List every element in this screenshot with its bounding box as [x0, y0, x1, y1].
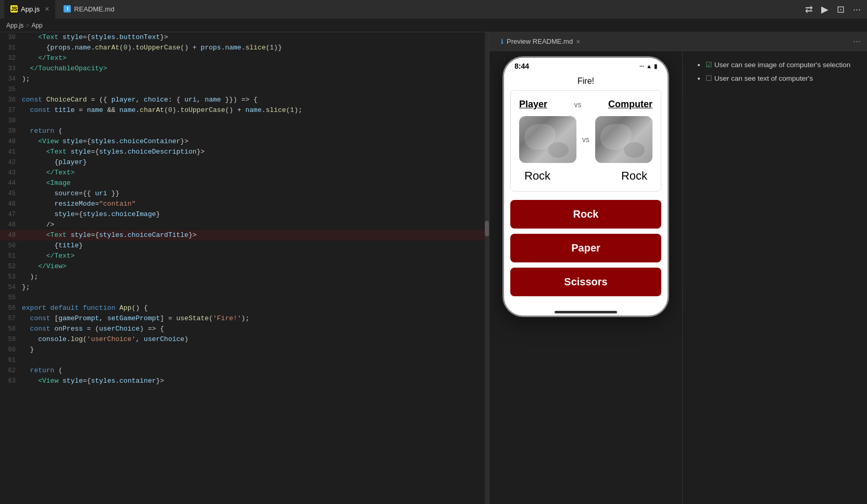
code-line-40: 40 <View style={styles.choiceContainer}>	[0, 136, 489, 147]
readme-item-2: User can see text of computer's	[706, 73, 855, 84]
tab-app-js[interactable]: JS App.js ×	[4, 0, 55, 19]
tab-app-js-close[interactable]: ×	[45, 5, 49, 13]
readme-item-1: User can see image of computer's selecti…	[706, 59, 855, 71]
main-content: 30 <Text style={styles.buttonText}> 31 {…	[0, 32, 867, 504]
computer-label: Computer	[608, 99, 652, 110]
code-line-30: 30 <Text style={styles.buttonText}>	[0, 32, 489, 43]
code-line-41: 41 <Text style={styles.choiceDescription…	[0, 147, 489, 157]
phone-area: 8:44 ··· ▲ ▮ Fire!	[489, 51, 682, 504]
game-card: Player vs Computer vs Rock	[510, 90, 661, 192]
preview-content: 8:44 ··· ▲ ▮ Fire!	[489, 51, 867, 504]
code-line-63: 63 <View style={styles.container}>	[0, 376, 489, 386]
vs-text: vs	[574, 100, 582, 109]
code-line-35: 35	[0, 84, 489, 95]
breadcrumb-symbol[interactable]: App	[31, 22, 42, 29]
code-line-61: 61	[0, 355, 489, 366]
fire-title: Fire!	[504, 72, 668, 90]
code-line-58: 58 const onPress = (userChoice) => {	[0, 324, 489, 334]
code-line-42: 42 {player}	[0, 157, 489, 168]
breadcrumb-file[interactable]: App.js	[6, 22, 23, 29]
tab-readme-md[interactable]: ℹ README.md	[57, 0, 120, 19]
code-line-56: 56 export default function App() {	[0, 303, 489, 313]
code-line-48: 48 />	[0, 220, 489, 230]
computer-choice-name: Rock	[621, 169, 647, 183]
run-btn[interactable]: ▶	[819, 2, 831, 17]
computer-rock-image	[595, 116, 652, 163]
phone-status-bar: 8:44 ··· ▲ ▮	[504, 58, 668, 72]
code-editor[interactable]: 30 <Text style={styles.buttonText}> 31 {…	[0, 32, 489, 504]
title-bar-actions: ⇄ ▶ ⊡ ···	[803, 2, 863, 17]
readme-item-2-text: User can see text of computer's	[714, 74, 813, 82]
player-rock-image	[519, 116, 576, 163]
code-line-45: 45 source={{ uri }}	[0, 188, 489, 199]
player-vs-row: Player vs Computer	[519, 99, 652, 110]
code-line-43: 43 </Text>	[0, 168, 489, 178]
signal-icon: ···	[639, 63, 644, 69]
code-line-53: 53 );	[0, 272, 489, 282]
code-line-44: 44 <Image	[0, 178, 489, 188]
code-line-52: 52 </View>	[0, 261, 489, 272]
code-line-57: 57 const [gamePrompt, setGamePrompt] = u…	[0, 313, 489, 324]
preview-tab[interactable]: ℹ Preview README.md ×	[496, 32, 585, 51]
phone-body: Fire! Player vs Computer vs	[504, 72, 668, 307]
code-line-49: 49 <Text style={styles.choiceCardTitle}>	[0, 230, 489, 241]
code-line-37: 37 const title = name && name.charAt(0).…	[0, 105, 489, 116]
code-line-51: 51 </Text>	[0, 251, 489, 261]
phone-status-right: ··· ▲ ▮	[639, 63, 657, 70]
choice-names-row: Rock Rock	[519, 169, 652, 183]
breadcrumb: App.js > App	[0, 19, 867, 32]
preview-header: ℹ Preview README.md × ···	[489, 32, 867, 51]
source-control-btn[interactable]: ⇄	[803, 2, 815, 17]
js-file-icon: JS	[10, 5, 18, 12]
phone-mockup: 8:44 ··· ▲ ▮ Fire!	[502, 56, 669, 317]
code-line-46: 46 resizeMode="contain"	[0, 199, 489, 209]
preview-tab-close[interactable]: ×	[576, 37, 580, 46]
rock-button[interactable]: Rock	[510, 200, 661, 229]
code-line-33: 33 </TouchableOpacity>	[0, 64, 489, 74]
wifi-icon: ▲	[646, 63, 652, 69]
scissors-button[interactable]: Scissors	[510, 268, 661, 296]
md-file-icon: ℹ	[64, 5, 71, 12]
phone-home-indicator	[504, 307, 668, 316]
buttons-area: Rock Paper Scissors	[504, 192, 668, 296]
images-row: vs	[519, 116, 652, 163]
battery-icon: ▮	[654, 63, 657, 70]
tab-app-js-label: App.js	[21, 5, 40, 13]
code-line-47: 47 style={styles.choiceImage}	[0, 209, 489, 220]
right-panel: ℹ Preview README.md × ··· 8:44 ··· ▲ ▮	[489, 32, 867, 504]
md-icon: ℹ	[501, 38, 504, 45]
player-label: Player	[519, 99, 547, 110]
code-line-32: 32 </Text>	[0, 53, 489, 64]
code-line-36: 36 const ChoiceCard = ({ player, choice:…	[0, 95, 489, 105]
player-choice-name: Rock	[524, 169, 550, 183]
scrollbar-thumb	[485, 221, 489, 236]
paper-button[interactable]: Paper	[510, 234, 661, 262]
readme-item-1-text: User can see image of computer's selecti…	[714, 61, 850, 69]
code-line-31: 31 {props.name.charAt(0).toUpperCase() +…	[0, 43, 489, 53]
preview-panel-actions[interactable]: ···	[853, 36, 861, 47]
readme-panel: User can see image of computer's selecti…	[682, 51, 867, 504]
preview-tab-label: Preview README.md	[507, 37, 573, 45]
tab-readme-label: README.md	[74, 5, 114, 13]
readme-list: User can see image of computer's selecti…	[695, 59, 855, 84]
title-bar: JS App.js × ℹ README.md ⇄ ▶ ⊡ ···	[0, 0, 867, 19]
editor-scrollbar[interactable]	[485, 32, 489, 504]
code-line-34: 34 );	[0, 74, 489, 84]
code-line-39: 39 return (	[0, 126, 489, 136]
code-line-54: 54 };	[0, 282, 489, 293]
code-line-62: 62 return (	[0, 366, 489, 376]
code-line-38: 38	[0, 116, 489, 126]
code-line-60: 60 }	[0, 345, 489, 355]
more-actions-btn[interactable]: ···	[851, 2, 863, 17]
phone-time: 8:44	[514, 62, 529, 70]
home-bar	[555, 311, 617, 313]
split-editor-btn[interactable]: ⊡	[835, 2, 847, 17]
code-lines: 30 <Text style={styles.buttonText}> 31 {…	[0, 32, 489, 504]
code-line-55: 55	[0, 293, 489, 303]
vs-center: vs	[582, 135, 589, 144]
code-line-50: 50 {title}	[0, 241, 489, 251]
code-line-59: 59 console.log('userChoice', userChoice)	[0, 334, 489, 345]
